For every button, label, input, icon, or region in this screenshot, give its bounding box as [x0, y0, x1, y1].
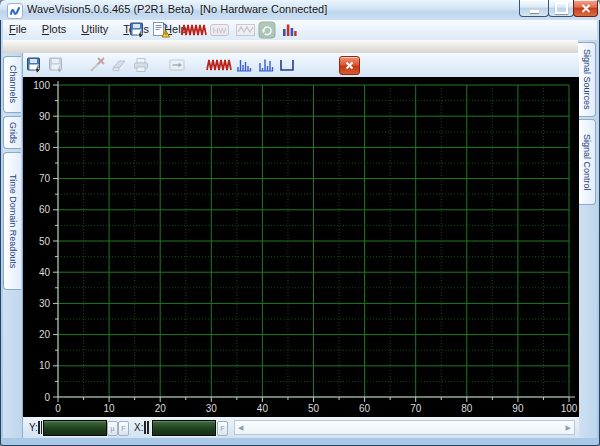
- save-plot-as-icon[interactable]: [48, 56, 66, 74]
- svg-text:100: 100: [561, 403, 578, 414]
- scroll-right-icon[interactable]: ▶: [566, 422, 571, 433]
- plot-horizontal-scrollbar[interactable]: ◀ ▶: [234, 420, 575, 435]
- svg-text:20: 20: [39, 329, 51, 340]
- svg-text:30: 30: [206, 403, 218, 414]
- right-tab-strip: Signal Sources Signal Control: [578, 40, 597, 438]
- window-title: WaveVision5.0.6.465 (P2R1 Beta) [No Hard…: [27, 3, 327, 15]
- export-dac-icon[interactable]: [168, 56, 186, 74]
- svg-text:30: 30: [39, 298, 51, 309]
- svg-text:20: 20: [155, 403, 167, 414]
- waveform-capture-icon[interactable]: [181, 21, 207, 39]
- close-button[interactable]: [573, 0, 598, 17]
- menu-file[interactable]: File: [3, 20, 33, 37]
- x-readout-grip: [144, 421, 150, 434]
- svg-text:40: 40: [257, 403, 269, 414]
- x-format-button[interactable]: F: [217, 421, 228, 436]
- menu-bar: File Plots Utility Tools Help HW: [3, 20, 597, 41]
- tab-grids[interactable]: Grids: [3, 116, 21, 149]
- svg-text:10: 10: [39, 360, 51, 371]
- maximize-button[interactable]: [548, 0, 574, 17]
- svg-text:100: 100: [33, 80, 50, 91]
- y-coordinate-readout: [43, 420, 107, 436]
- tab-signal-sources[interactable]: Signal Sources: [578, 42, 596, 117]
- minimize-button[interactable]: [519, 0, 549, 17]
- minimize-icon: [530, 10, 539, 13]
- export-report-icon[interactable]: [151, 21, 171, 39]
- svg-text:70: 70: [39, 173, 51, 184]
- svg-text:50: 50: [308, 403, 320, 414]
- maximize-icon: [555, 2, 568, 14]
- eraser-icon[interactable]: [110, 56, 128, 74]
- svg-text:60: 60: [359, 403, 371, 414]
- svg-text:HW: HW: [213, 26, 227, 35]
- scroll-left-icon[interactable]: ◀: [238, 422, 243, 433]
- svg-text:0: 0: [55, 403, 61, 414]
- menu-utility[interactable]: Utility: [75, 20, 114, 37]
- tab-time-domain-readouts[interactable]: Time Domain Readouts: [3, 152, 21, 290]
- save-plot-icon[interactable]: [129, 21, 147, 39]
- histogram-icon[interactable]: [280, 21, 298, 39]
- svg-text:80: 80: [39, 142, 51, 153]
- close-plot-x-icon: [345, 61, 354, 70]
- plot-panel: 0102030405060708090100010203040506070809…: [22, 53, 578, 438]
- plot-info-bar: Plot_File_2_TimeDomain, Active Channel: …: [3, 40, 578, 54]
- close-plot-button[interactable]: [339, 56, 360, 75]
- tab-channels[interactable]: Channels: [3, 56, 21, 113]
- close-icon: [581, 4, 591, 13]
- acquire-samples-icon[interactable]: [235, 21, 256, 39]
- fft-zoom-plot-icon[interactable]: [257, 56, 275, 74]
- hardware-icon[interactable]: HW: [209, 21, 230, 39]
- svg-text:90: 90: [39, 111, 51, 122]
- svg-text:60: 60: [39, 204, 51, 215]
- fft-plot-icon[interactable]: [235, 56, 253, 74]
- svg-text:40: 40: [39, 267, 51, 278]
- tab-signal-control[interactable]: Signal Control: [578, 119, 596, 205]
- x-coordinate-readout: [152, 420, 216, 436]
- svg-text:0: 0: [44, 392, 50, 403]
- refresh-icon[interactable]: [258, 21, 276, 39]
- print-plot-icon[interactable]: [132, 56, 150, 74]
- histogram-plot-icon[interactable]: [278, 56, 296, 74]
- wavevision-logo-icon: [7, 3, 23, 19]
- plot-area[interactable]: 0102030405060708090100010203040506070809…: [23, 77, 579, 417]
- annotate-wand-icon[interactable]: [88, 56, 106, 74]
- svg-text:80: 80: [461, 403, 473, 414]
- y-unit-button[interactable]: µ: [107, 421, 118, 436]
- svg-text:50: 50: [39, 236, 51, 247]
- title-bar[interactable]: WaveVision5.0.6.465 (P2R1 Beta) [No Hard…: [0, 0, 600, 20]
- plot-toolbar: [23, 53, 579, 78]
- x-coordinate-label: X:: [134, 422, 143, 433]
- status-bar: Y: µ F X: F ◀ ▶: [23, 417, 579, 438]
- svg-text:10: 10: [104, 403, 116, 414]
- application-window: WaveVision5.0.6.465 (P2R1 Beta) [No Hard…: [0, 0, 600, 446]
- left-tab-strip: Channels Grids Time Domain Readouts: [3, 53, 22, 438]
- time-domain-plot-icon[interactable]: [206, 56, 232, 74]
- svg-text:90: 90: [512, 403, 524, 414]
- y-format-button[interactable]: F: [118, 421, 129, 436]
- svg-text:70: 70: [410, 403, 422, 414]
- menu-plots[interactable]: Plots: [36, 20, 72, 37]
- save-plot-icon[interactable]: [26, 56, 44, 74]
- y-coordinate-label: Y:: [29, 422, 38, 433]
